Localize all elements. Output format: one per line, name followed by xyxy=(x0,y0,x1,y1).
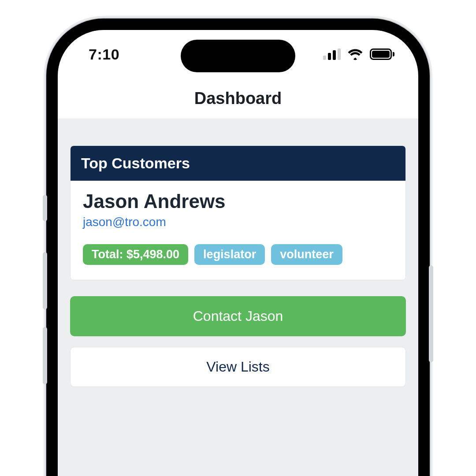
panel-header: Top Customers xyxy=(71,146,405,181)
tag-badge: legislator xyxy=(194,244,265,265)
customer-name: Jason Andrews xyxy=(83,190,393,212)
phone-screen: 7:10 xyxy=(58,30,418,476)
content-area: Top Customers Jason Andrews jason@tro.co… xyxy=(58,119,418,476)
phone-side-button xyxy=(43,195,47,221)
wifi-icon xyxy=(347,48,364,60)
cellular-signal-icon xyxy=(323,48,341,60)
page-title: Dashboard xyxy=(194,89,282,108)
phone-frame: 7:10 xyxy=(46,19,430,476)
view-lists-button[interactable]: View Lists xyxy=(70,347,406,387)
contact-button[interactable]: Contact Jason xyxy=(70,296,406,336)
status-time: 7:10 xyxy=(89,46,119,63)
status-indicators xyxy=(323,48,394,60)
customer-card[interactable]: Jason Andrews jason@tro.com Total: $5,49… xyxy=(71,181,405,280)
customer-email-link[interactable]: jason@tro.com xyxy=(83,215,166,229)
total-badge: Total: $5,498.00 xyxy=(83,244,188,265)
app-header: Dashboard xyxy=(58,78,418,119)
phone-side-button xyxy=(43,327,47,384)
phone-side-button xyxy=(43,252,47,309)
phone-side-button xyxy=(429,265,433,362)
battery-icon xyxy=(370,48,394,60)
dynamic-island xyxy=(181,40,295,72)
tag-badge: volunteer xyxy=(271,244,342,265)
top-customers-panel: Top Customers Jason Andrews jason@tro.co… xyxy=(70,145,406,280)
badge-row: Total: $5,498.00 legislator volunteer xyxy=(83,244,393,265)
